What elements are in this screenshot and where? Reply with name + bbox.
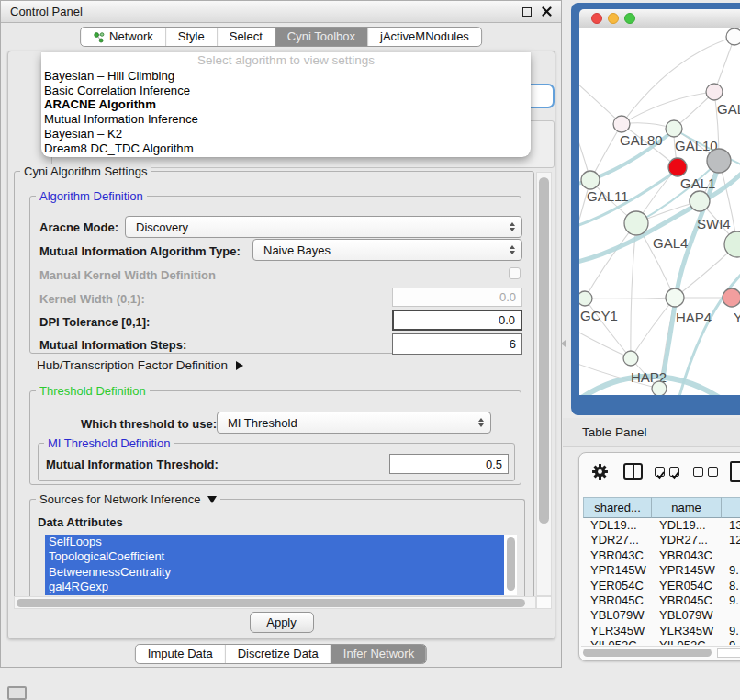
kernel-width-input[interactable] bbox=[392, 288, 522, 307]
algorithm-option-aracne-algorithm[interactable]: ARACNE Algorithm bbox=[41, 97, 531, 112]
network-node-gcy1[interactable] bbox=[579, 291, 592, 306]
gear-icon[interactable] bbox=[591, 463, 609, 480]
table-row[interactable]: YBR043CYBR043C bbox=[583, 548, 740, 563]
float-window-icon[interactable] bbox=[522, 7, 532, 17]
data-attribute-item-betweennesscentrality[interactable]: BetweennessCentrality bbox=[45, 565, 504, 580]
network-node-gal8[interactable] bbox=[706, 84, 723, 100]
dpi-tolerance-input[interactable] bbox=[392, 310, 522, 331]
minimized-panel-icon[interactable] bbox=[7, 686, 27, 700]
expander-expanded-icon bbox=[207, 496, 217, 503]
network-node[interactable] bbox=[707, 149, 731, 173]
table-cell: YDL19... bbox=[652, 518, 722, 533]
network-node-gal1[interactable] bbox=[668, 158, 687, 176]
mi-algorithm-type-combobox[interactable]: Naive Bayes bbox=[252, 239, 522, 261]
table-row[interactable]: YDL19...YDL19...13 bbox=[583, 518, 740, 533]
vertical-scrollbar-thumb[interactable] bbox=[539, 177, 549, 524]
tab-discretize-data[interactable]: Discretize Data bbox=[225, 645, 331, 663]
network-node-swi4[interactable] bbox=[690, 191, 710, 211]
network-canvas-svg: GAL8GAL80GAL10GAL1GAL11SWI4GAL4GCY1HAP4Y… bbox=[579, 28, 740, 395]
close-icon[interactable] bbox=[542, 6, 552, 17]
splitter-collapse-icon[interactable] bbox=[561, 340, 566, 347]
data-attributes-list[interactable]: SelfLoopsTopologicalCoefficientBetweenne… bbox=[45, 535, 517, 595]
split-columns-icon[interactable] bbox=[623, 463, 643, 480]
table-row[interactable]: YPR145WYPR145W9. bbox=[583, 563, 740, 578]
table-row[interactable]: YER054CYER054C8. bbox=[583, 579, 740, 593]
data-attribute-item-gal4rgexp[interactable]: gal4RGexp bbox=[45, 580, 504, 594]
sources-title[interactable]: Sources for Network Inference bbox=[36, 492, 220, 506]
table-row[interactable]: YLR345WYLR345W9. bbox=[583, 624, 740, 638]
which-threshold-combobox[interactable]: MI Threshold bbox=[217, 412, 491, 434]
network-node[interactable] bbox=[652, 381, 667, 395]
network-node-gal4[interactable] bbox=[624, 211, 648, 235]
apply-strip: Apply bbox=[8, 612, 555, 640]
column-header-name[interactable]: name bbox=[652, 497, 722, 518]
column-header-shared[interactable]: shared... bbox=[583, 497, 652, 518]
network-edge[interactable] bbox=[622, 92, 714, 124]
network-node-label: GAL11 bbox=[587, 188, 629, 204]
mi-threshold-input[interactable] bbox=[389, 454, 509, 474]
table-cell: YLR345W bbox=[583, 624, 652, 638]
network-node[interactable] bbox=[724, 231, 740, 257]
network-node-hap4[interactable] bbox=[666, 288, 684, 307]
aracne-mode-combobox[interactable]: Discovery bbox=[125, 216, 522, 238]
tab-cyni-toolbox[interactable]: Cyni Toolbox bbox=[275, 28, 367, 46]
algorithm-option-bayesian-hill-climbing[interactable]: Bayesian – Hill Climbing bbox=[41, 69, 531, 84]
network-node-label: GAL1 bbox=[680, 175, 715, 191]
table-cell: YDR27... bbox=[652, 533, 722, 548]
zoom-traffic-light-icon[interactable] bbox=[624, 13, 635, 24]
checked-checkbox-icon[interactable] bbox=[655, 467, 665, 477]
unchecked-checkbox-icon[interactable] bbox=[693, 467, 703, 477]
checked-checkbox-icon[interactable] bbox=[669, 467, 679, 477]
table-row[interactable]: YDR27...YDR27...12 bbox=[583, 533, 740, 548]
data-attribute-item-selfloops[interactable]: SelfLoops bbox=[45, 535, 504, 549]
list-scrollbar-thumb[interactable] bbox=[507, 537, 515, 591]
tab-label: Impute Data bbox=[148, 645, 213, 663]
network-canvas[interactable]: GAL8GAL80GAL10GAL1GAL11SWI4GAL4GCY1HAP4Y… bbox=[579, 28, 740, 395]
hub-factor-expander[interactable]: Hub/Transcription Factor Definition bbox=[37, 358, 243, 372]
horizontal-scrollbar-thumb[interactable] bbox=[17, 599, 525, 607]
network-node-gal10[interactable] bbox=[666, 120, 682, 137]
which-threshold-value: MI Threshold bbox=[228, 416, 297, 430]
tab-style[interactable]: Style bbox=[165, 28, 217, 46]
table-horizontal-scrollbar[interactable] bbox=[581, 646, 740, 658]
network-edge[interactable] bbox=[579, 332, 631, 358]
tab-network[interactable]: Network bbox=[81, 28, 165, 46]
tab-impute-data[interactable]: Impute Data bbox=[136, 645, 225, 663]
apply-button[interactable]: Apply bbox=[250, 612, 314, 633]
document-icon[interactable] bbox=[730, 461, 740, 482]
network-node-gal11[interactable] bbox=[581, 171, 600, 189]
settings-vertical-scrollbar[interactable] bbox=[536, 172, 552, 596]
hub-factor-label: Hub/Transcription Factor Definition bbox=[37, 358, 228, 372]
mi-steps-input[interactable] bbox=[392, 333, 522, 355]
network-node-gal80[interactable] bbox=[613, 116, 630, 132]
kernel-width-label: Kernel Width (0,1): bbox=[39, 292, 145, 306]
settings-horizontal-scrollbar[interactable] bbox=[14, 596, 536, 609]
column-header-3[interactable] bbox=[722, 497, 740, 518]
network-tab-icon bbox=[93, 31, 105, 43]
algorithm-option-mutual-information-inference[interactable]: Mutual Information Inference bbox=[41, 112, 531, 127]
algorithm-option-basic-correlation-inference[interactable]: Basic Correlation Inference bbox=[41, 84, 531, 98]
tab-jactivemnodules[interactable]: jActiveMNodules bbox=[367, 28, 481, 46]
manual-kernel-width-checkbox[interactable] bbox=[509, 267, 521, 279]
algorithm-option-bayesian-k2[interactable]: Bayesian – K2 bbox=[41, 127, 531, 141]
table-row[interactable]: YIL052CYIL052C9 bbox=[583, 638, 740, 645]
control-panel-titlebar: Control Panel bbox=[1, 1, 561, 23]
network-edge[interactable] bbox=[585, 223, 636, 299]
close-traffic-light-icon[interactable] bbox=[591, 13, 602, 24]
tab-infer-network[interactable]: Infer Network bbox=[331, 645, 426, 663]
network-node-y[interactable] bbox=[723, 288, 740, 307]
table-row[interactable]: YBL079WYBL079W bbox=[583, 608, 740, 623]
network-edge[interactable] bbox=[585, 298, 675, 299]
table-row[interactable]: YBR045CYBR045C9. bbox=[583, 593, 740, 608]
minimize-traffic-light-icon[interactable] bbox=[608, 13, 619, 24]
aracne-mode-value: Discovery bbox=[136, 220, 188, 234]
network-window-titlebar[interactable] bbox=[579, 9, 740, 28]
tab-select[interactable]: Select bbox=[217, 28, 275, 46]
network-node[interactable] bbox=[726, 28, 740, 45]
network-node-hap2[interactable] bbox=[623, 351, 638, 366]
table-scrollbar-thumb[interactable] bbox=[583, 649, 712, 657]
table-panel-card: shared...name YDL19...YDL19...13YDR27...… bbox=[578, 452, 740, 661]
unchecked-checkbox-icon[interactable] bbox=[708, 467, 718, 477]
data-attribute-item-topologicalcoefficient[interactable]: TopologicalCoefficient bbox=[45, 549, 504, 564]
algorithm-option-dream8-dc-tdc-algorithm[interactable]: Dream8 DC_TDC Algorithm bbox=[41, 141, 531, 156]
